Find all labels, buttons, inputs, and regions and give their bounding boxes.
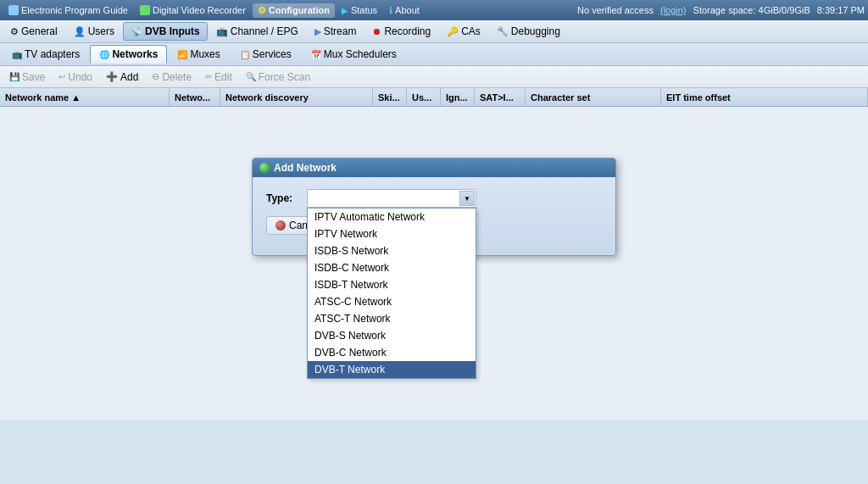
toolbar-dvb[interactable]: 📡 DVB Inputs (123, 22, 208, 41)
modal-overlay: Add Network Type: ▼ IPTV Automatic Netwo… (0, 107, 868, 420)
dialog-title-bar: Add Network (253, 159, 615, 177)
option-dvb-t[interactable]: DVB-T Network (308, 361, 476, 378)
force-scan-button[interactable]: 🔍 Force Scan (240, 69, 316, 86)
cancel-icon (275, 220, 286, 231)
th-eit[interactable]: EIT time offset (661, 88, 868, 106)
main-toolbar: ⚙ General 👤 Users 📡 DVB Inputs 📺 Channel… (0, 20, 868, 43)
action-bar: 💾 Save ↩ Undo ➕ Add ⊖ Delete ✏ Edit 🔍 Fo… (0, 66, 868, 88)
login-link[interactable]: (login) (660, 5, 687, 15)
dvr-icon (140, 5, 150, 15)
edit-label: Edit (214, 71, 232, 83)
delete-button[interactable]: ⊖ Delete (146, 69, 198, 86)
channel-label: Channel / EPG (231, 25, 298, 37)
th-ignore[interactable]: Ign... (441, 88, 475, 106)
status-label: Status (351, 5, 377, 15)
option-iptv[interactable]: IPTV Network (308, 225, 476, 242)
topbar-dvr[interactable]: Digital Video Recorder (135, 3, 251, 17)
toolbar-channel[interactable]: 📺 Channel / EPG (209, 22, 306, 41)
th-netnum[interactable]: Netwo... (170, 88, 220, 106)
dvb-icon: 📡 (131, 26, 142, 37)
about-label: About (395, 5, 420, 15)
topbar-config[interactable]: ⚙ Configuration (253, 3, 335, 18)
top-bar: Electronic Program Guide Digital Video R… (0, 0, 868, 20)
toolbar-general[interactable]: ⚙ General (3, 22, 65, 41)
th-skip[interactable]: Ski... (373, 88, 407, 106)
option-dvb-s[interactable]: DVB-S Network (308, 327, 476, 344)
save-label: Save (22, 71, 45, 83)
type-select-display[interactable] (307, 189, 476, 208)
edit-button[interactable]: ✏ Edit (199, 69, 238, 86)
type-dropdown-list: IPTV Automatic Network IPTV Network ISDB… (307, 208, 476, 379)
add-icon: ➕ (106, 71, 118, 82)
sub-tab-bar: 📺 TV adapters 🌐 Networks 📶 Muxes 📋 Servi… (0, 43, 868, 66)
select-dropdown-arrow[interactable]: ▼ (459, 191, 475, 206)
recording-label: Recording (384, 25, 431, 37)
type-select-wrapper: ▼ IPTV Automatic Network IPTV Network IS… (307, 189, 476, 208)
users-label: Users (88, 25, 114, 37)
delete-icon: ⊖ (152, 71, 159, 82)
main-content: Add Network Type: ▼ IPTV Automatic Netwo… (0, 107, 868, 420)
dvr-label: Digital Video Recorder (153, 5, 246, 15)
toolbar-debugging[interactable]: 🔧 Debugging (489, 22, 568, 41)
th-discovery[interactable]: Network discovery (220, 88, 373, 106)
tab-networks[interactable]: 🌐 Networks (90, 45, 167, 64)
general-icon: ⚙ (10, 26, 19, 37)
muxes-label: Muxes (190, 48, 220, 60)
dialog-title-icon (259, 163, 270, 173)
add-network-dialog: Add Network Type: ▼ IPTV Automatic Netwo… (252, 158, 616, 256)
option-atsc-t[interactable]: ATSC-T Network (308, 310, 476, 327)
force-scan-label: Force Scan (259, 71, 310, 83)
epg-label: Electronic Program Guide (21, 5, 128, 15)
toolbar-cas[interactable]: 🔑 CAs (439, 22, 488, 41)
tab-mux-schedulers[interactable]: 📅 Mux Schedulers (302, 45, 406, 64)
topbar-epg[interactable]: Electronic Program Guide (3, 3, 133, 17)
option-isdb-s[interactable]: ISDB-S Network (308, 242, 476, 259)
option-isdb-t[interactable]: ISDB-T Network (308, 276, 476, 293)
undo-label: Undo (68, 71, 92, 83)
recording-icon: ⏺ (372, 26, 381, 36)
option-isdb-c[interactable]: ISDB-C Network (308, 259, 476, 276)
time-text: 8:39:17 PM (817, 5, 865, 15)
cas-label: CAs (461, 25, 481, 37)
stream-label: Stream (324, 25, 357, 37)
delete-label: Delete (162, 71, 192, 83)
option-atsc-c[interactable]: ATSC-C Network (308, 293, 476, 310)
undo-button[interactable]: ↩ Undo (53, 69, 98, 86)
tab-services[interactable]: 📋 Services (231, 45, 301, 64)
networks-icon: 🌐 (99, 50, 109, 59)
th-sat[interactable]: SAT>I... (475, 88, 526, 106)
debugging-label: Debugging (511, 25, 560, 37)
storage-text: Storage space: 4GiB/0/9GiB (693, 5, 810, 15)
general-label: General (21, 25, 58, 37)
type-label: Type: (266, 192, 300, 204)
mux-schedulers-label: Mux Schedulers (324, 48, 397, 60)
toolbar-recording[interactable]: ⏺ Recording (364, 22, 438, 41)
config-label: Configuration (269, 5, 330, 15)
add-button[interactable]: ➕ Add (100, 69, 144, 86)
dvb-label: DVB Inputs (145, 25, 200, 37)
tab-muxes[interactable]: 📶 Muxes (168, 45, 229, 64)
epg-icon (8, 5, 19, 15)
add-label: Add (120, 71, 138, 83)
debugging-icon: 🔧 (497, 26, 509, 37)
toolbar-stream[interactable]: ▶ Stream (307, 22, 364, 41)
save-button[interactable]: 💾 Save (3, 69, 51, 86)
config-icon: ⚙ (258, 5, 266, 16)
type-row: Type: ▼ IPTV Automatic Network IPTV Netw… (266, 189, 602, 208)
option-dvb-c[interactable]: DVB-C Network (308, 344, 476, 361)
networks-label: Networks (112, 48, 158, 60)
tab-tv-adapters[interactable]: 📺 TV adapters (3, 45, 89, 64)
th-network-name[interactable]: Network name ▲ (0, 88, 170, 106)
services-icon: 📋 (240, 50, 250, 59)
mux-schedulers-icon: 📅 (311, 50, 321, 59)
topbar-about[interactable]: ℹ About (384, 3, 425, 18)
topbar-status[interactable]: ▶ Status (337, 3, 382, 17)
channel-icon: 📺 (216, 26, 228, 37)
toolbar-users[interactable]: 👤 Users (66, 22, 122, 41)
status-icon: ▶ (342, 6, 348, 15)
topbar-right: No verified access (login) Storage space… (577, 5, 865, 15)
muxes-icon: 📶 (177, 50, 187, 59)
th-use[interactable]: Us... (407, 88, 441, 106)
th-charset[interactable]: Character set (526, 88, 661, 106)
option-iptv-auto[interactable]: IPTV Automatic Network (308, 209, 476, 225)
